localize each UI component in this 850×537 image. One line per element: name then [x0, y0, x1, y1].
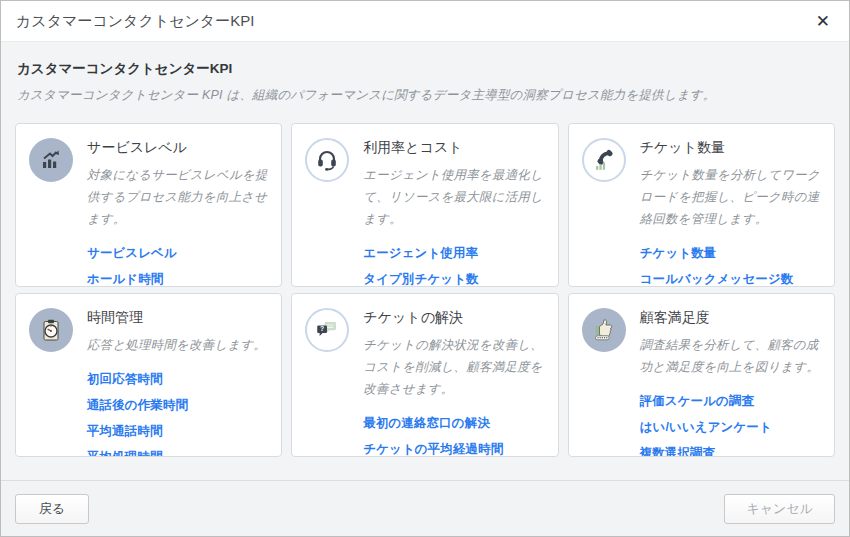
- kpi-link[interactable]: チケット数量: [640, 246, 717, 260]
- svg-text:?: ?: [320, 325, 324, 332]
- kpi-link[interactable]: はい/いいえアンケート: [640, 420, 772, 434]
- section-heading: カスタマーコンタクトセンターKPI: [17, 60, 833, 78]
- cancel-button[interactable]: キャンセル: [724, 494, 835, 524]
- phone-volume-icon: [582, 138, 626, 182]
- thumbs-up-icon: [582, 308, 626, 352]
- kpi-card-service-level: サービスレベル 対象になるサービスレベルを提供するプロセス能力を向上させます。 …: [15, 123, 282, 287]
- card-description: チケットの解決状況を改善し、コストを削減し、顧客満足度を改善させます。: [363, 334, 545, 400]
- kpi-link-list: サービスレベル ホールド時間 放棄率 平均応答速度: [87, 245, 269, 287]
- card-description: 調査結果を分析して、顧客の成功と満足度を向上を図ります。: [640, 334, 822, 378]
- card-title: サービスレベル: [87, 139, 269, 157]
- close-button[interactable]: ✕: [812, 11, 834, 32]
- kpi-card-utilization-cost: 利用率とコスト エージェント使用率を最適化して、リソースを最大限に活用します。 …: [291, 123, 558, 287]
- dialog-body: カスタマーコンタクトセンターKPI カスタマーコンタクトセンター KPI は、組…: [1, 42, 849, 480]
- bar-chart-trend-icon: [29, 138, 73, 182]
- kpi-link[interactable]: 初回応答時間: [87, 372, 163, 386]
- kpi-link[interactable]: 通話後の作業時間: [87, 398, 188, 412]
- card-description: チケット数量を分析してワークロードを把握し、ピーク時の連絡回数を管理します。: [640, 164, 822, 230]
- kpi-link[interactable]: コールバックメッセージ数: [640, 272, 794, 286]
- kpi-link-list: 初回応答時間 通話後の作業時間 平均通話時間 平均処理時間: [87, 371, 269, 457]
- close-icon: ✕: [816, 12, 830, 31]
- kpi-link[interactable]: 複数選択調査: [640, 446, 716, 457]
- kpi-link-list: 評価スケールの調査 はい/いいえアンケート 複数選択調査: [640, 393, 822, 457]
- card-description: エージェント使用率を最適化して、リソースを最大限に活用します。: [363, 164, 545, 230]
- kpi-link[interactable]: 評価スケールの調査: [640, 394, 754, 408]
- kpi-link[interactable]: ホールド時間: [87, 272, 163, 286]
- card-title: チケット数量: [640, 139, 822, 157]
- kpi-link[interactable]: サービスレベル: [87, 246, 177, 260]
- card-title: 顧客満足度: [640, 309, 822, 327]
- kpi-link-list: エージェント使用率 タイプ別チケット数 チャンネル別チケット数 チケット当たりコ…: [363, 245, 545, 287]
- kpi-link-list: 最初の連絡窓口の解決 チケットの平均経過時間: [363, 415, 545, 456]
- kpi-link[interactable]: エージェント使用率: [363, 246, 478, 260]
- headset-icon: [305, 138, 349, 182]
- section-description: カスタマーコンタクトセンター KPI は、組織のパフォーマンスに関するデータ主導…: [17, 87, 835, 104]
- stopwatch-icon: [29, 308, 73, 352]
- dialog-title: カスタマーコンタクトセンターKPI: [16, 12, 254, 31]
- dialog-footer: 戻る キャンセル: [1, 480, 849, 536]
- kpi-card-grid: サービスレベル 対象になるサービスレベルを提供するプロセス能力を向上させます。 …: [15, 123, 835, 457]
- kpi-card-ticket-resolution: ? チケットの解決 チケットの解決状況を改善し、コストを削減し、顧客満足度を改善…: [291, 293, 558, 457]
- kpi-link[interactable]: タイプ別チケット数: [363, 272, 478, 286]
- card-title: 時間管理: [87, 309, 269, 327]
- kpi-link[interactable]: 平均通話時間: [87, 424, 163, 438]
- kpi-card-customer-satisfaction: 顧客満足度 調査結果を分析して、顧客の成功と満足度を向上を図ります。 評価スケー…: [568, 293, 835, 457]
- card-title: 利用率とコスト: [363, 139, 545, 157]
- kpi-link-list: チケット数量 コールバックメッセージ数 ピーク時間トラフィック数: [640, 245, 822, 287]
- card-title: チケットの解決: [363, 309, 545, 327]
- question-chat-bubbles-icon: ?: [305, 308, 349, 352]
- kpi-dialog: カスタマーコンタクトセンターKPI ✕ カスタマーコンタクトセンターKPI カス…: [0, 0, 850, 537]
- kpi-card-time-management: 時間管理 応答と処理時間を改善します。 初回応答時間 通話後の作業時間 平均通話…: [15, 293, 282, 457]
- card-description: 対象になるサービスレベルを提供するプロセス能力を向上させます。: [87, 164, 269, 230]
- dialog-titlebar: カスタマーコンタクトセンターKPI ✕: [1, 1, 849, 42]
- kpi-card-ticket-volume: チケット数量 チケット数量を分析してワークロードを把握し、ピーク時の連絡回数を管…: [568, 123, 835, 287]
- kpi-link[interactable]: 平均処理時間: [87, 450, 163, 457]
- back-button[interactable]: 戻る: [15, 494, 89, 524]
- card-description: 応答と処理時間を改善します。: [87, 334, 269, 356]
- kpi-link[interactable]: 最初の連絡窓口の解決: [363, 416, 490, 430]
- kpi-link[interactable]: チケットの平均経過時間: [363, 442, 503, 456]
